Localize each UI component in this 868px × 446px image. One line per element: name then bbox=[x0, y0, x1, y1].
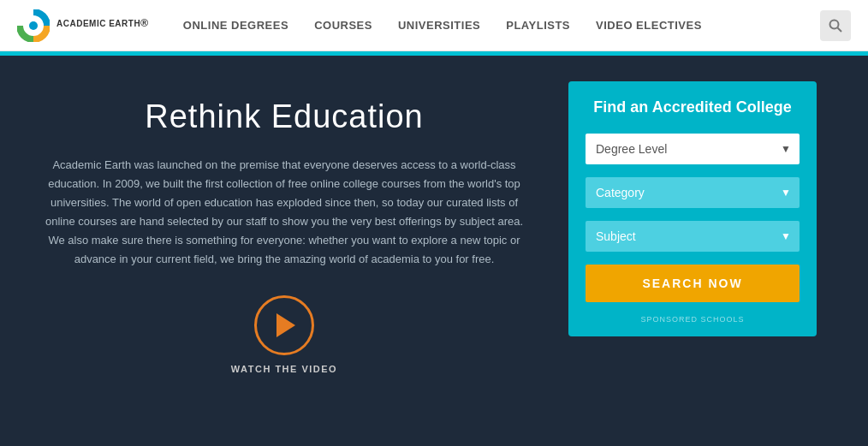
svg-point-1 bbox=[29, 21, 38, 30]
svg-line-3 bbox=[838, 27, 842, 32]
logo-text: ACADEMIC EARTH® bbox=[56, 17, 149, 34]
nav-universities[interactable]: UNIVERSITIES bbox=[398, 19, 480, 32]
watch-video-button[interactable]: WATCH THE VIDEO bbox=[231, 295, 337, 374]
degree-level-select[interactable]: Degree Level Associate Bachelor's Master… bbox=[586, 134, 800, 164]
logo-area[interactable]: ACADEMIC EARTH® bbox=[17, 9, 149, 42]
subject-select[interactable]: Subject Computer Science Mathematics Eng… bbox=[586, 221, 800, 252]
play-circle bbox=[254, 295, 314, 355]
site-header: ACADEMIC EARTH® ONLINE DEGREES COURSES U… bbox=[0, 0, 868, 51]
watch-video-label: WATCH THE VIDEO bbox=[231, 364, 337, 374]
hero-section: Rethink Education Academic Earth was lau… bbox=[34, 90, 534, 412]
nav-online-degrees[interactable]: ONLINE DEGREES bbox=[183, 19, 288, 32]
panel-title: Find an Accredited College bbox=[586, 98, 800, 116]
search-icon bbox=[829, 19, 842, 33]
college-finder-panel: Find an Accredited College Degree Level … bbox=[568, 81, 817, 336]
category-wrapper: Category Arts & Humanities Business Scie… bbox=[586, 177, 800, 208]
nav-courses[interactable]: COURSES bbox=[314, 19, 372, 32]
search-now-button[interactable]: SEARCH NOW bbox=[586, 265, 800, 302]
main-nav: ONLINE DEGREES COURSES UNIVERSITIES PLAY… bbox=[183, 19, 820, 32]
nav-video-electives[interactable]: VIDEO ELECTIVES bbox=[596, 19, 702, 32]
degree-level-wrapper: Degree Level Associate Bachelor's Master… bbox=[586, 134, 800, 164]
search-button[interactable] bbox=[820, 10, 851, 41]
hero-title: Rethink Education bbox=[145, 98, 423, 135]
category-select[interactable]: Category Arts & Humanities Business Scie… bbox=[586, 177, 800, 208]
logo-icon bbox=[17, 9, 50, 42]
main-content: Rethink Education Academic Earth was lau… bbox=[0, 56, 868, 446]
nav-playlists[interactable]: PLAYLISTS bbox=[506, 19, 570, 32]
sponsored-label: SPONSORED SCHOOLS bbox=[586, 315, 800, 324]
hero-description: Academic Earth was launched on the premi… bbox=[45, 156, 524, 270]
play-icon bbox=[276, 313, 295, 337]
svg-point-2 bbox=[830, 20, 839, 28]
subject-wrapper: Subject Computer Science Mathematics Eng… bbox=[586, 221, 800, 252]
